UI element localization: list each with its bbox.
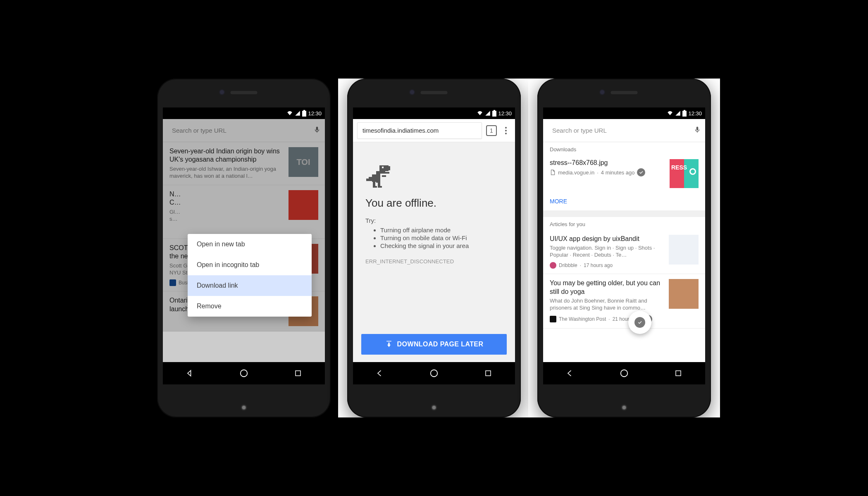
svg-rect-13 — [366, 179, 370, 181]
article-card[interactable]: Seven-year-old Indian origin boy wins UK… — [163, 142, 325, 185]
download-source: media.vogue.in — [558, 169, 594, 176]
section-divider — [543, 210, 705, 217]
home-button[interactable] — [429, 368, 439, 378]
svg-rect-3 — [296, 371, 300, 376]
search-input[interactable]: Search or type URL — [547, 122, 689, 139]
status-time: 12:30 — [688, 110, 702, 117]
more-link[interactable]: MORE — [543, 192, 705, 210]
article-thumb — [669, 279, 699, 309]
svg-rect-1 — [303, 110, 305, 111]
battery-icon — [492, 110, 496, 117]
svg-rect-4 — [492, 111, 496, 117]
menu-open-incognito[interactable]: Open in incognito tab — [188, 255, 312, 275]
offline-page: You are offline. Try: Turning off airpla… — [353, 142, 515, 362]
download-filename: stress--768x768.jpg — [550, 159, 665, 167]
context-menu: Open in new tab Open in incognito tab Do… — [188, 234, 312, 317]
source-icon — [550, 316, 556, 322]
article-thumb — [289, 190, 318, 220]
status-bar: 12:30 — [353, 107, 515, 119]
wifi-icon — [667, 110, 673, 116]
downloads-header: Downloads — [543, 142, 705, 155]
wifi-icon — [286, 110, 293, 116]
status-bar: 12:30 — [543, 107, 705, 119]
offline-headline: You are offline. — [365, 197, 503, 210]
android-nav-bar — [163, 362, 325, 384]
recent-apps-button[interactable] — [293, 368, 303, 378]
recent-apps-button[interactable] — [483, 368, 493, 378]
search-placeholder: Search or type URL — [172, 127, 227, 134]
article-thumb — [669, 235, 699, 265]
try-list: Turning off airplane mode Turning on mob… — [365, 227, 503, 249]
svg-rect-25 — [676, 371, 681, 376]
svg-point-20 — [431, 370, 438, 377]
article-thumb: TOI — [289, 147, 318, 177]
svg-point-2 — [241, 370, 248, 377]
svg-rect-22 — [682, 111, 687, 117]
battery-icon — [682, 110, 687, 117]
url-text: timesofindia.indiatimes.com — [362, 127, 439, 134]
article-card[interactable]: N… C… Gl… s… — [163, 185, 325, 239]
signal-icon — [675, 110, 681, 116]
source-icon — [550, 262, 556, 269]
done-badge-icon — [637, 168, 645, 176]
article-snippet: Seven-year-old Ishwar, an Indian-origin … — [169, 166, 284, 180]
svg-rect-7 — [389, 166, 390, 170]
svg-rect-8 — [379, 171, 385, 174]
signal-icon — [295, 110, 300, 116]
menu-remove[interactable]: Remove — [188, 296, 312, 317]
search-input[interactable]: Search or type URL — [167, 122, 309, 139]
menu-icon[interactable] — [501, 127, 511, 134]
home-button[interactable] — [239, 368, 249, 378]
svg-point-24 — [621, 370, 628, 377]
article-title: Seven-year-old Indian origin boy wins UK… — [169, 147, 284, 164]
dino-icon[interactable] — [365, 163, 392, 189]
done-badge-icon — [634, 317, 645, 328]
android-nav-bar — [353, 362, 515, 384]
svg-rect-19 — [382, 167, 384, 168]
battery-icon — [302, 110, 306, 117]
svg-rect-5 — [494, 110, 495, 111]
home-button[interactable] — [619, 368, 629, 378]
svg-rect-16 — [373, 186, 377, 188]
wifi-icon — [477, 110, 483, 116]
recent-apps-button[interactable] — [673, 368, 683, 378]
svg-rect-0 — [302, 111, 306, 117]
try-label: Try: — [365, 217, 503, 224]
download-item[interactable]: stress--768x768.jpg media.vogue.in · 4 m… — [543, 155, 705, 192]
download-page-later-button[interactable]: DOWNLOAD PAGE LATER — [361, 334, 507, 355]
android-nav-bar — [543, 362, 705, 384]
error-code: ERR_INTERNET_DISCONNECTED — [365, 258, 503, 265]
menu-download-link[interactable]: Download link — [188, 275, 312, 296]
file-icon — [550, 169, 556, 176]
menu-open-new-tab[interactable]: Open in new tab — [188, 234, 312, 255]
url-bar[interactable]: timesofindia.indiatimes.com — [357, 122, 482, 139]
mic-icon[interactable] — [694, 125, 701, 136]
svg-rect-17 — [378, 186, 382, 188]
status-time: 12:30 — [498, 110, 512, 117]
tab-switcher[interactable]: 1 — [486, 125, 497, 136]
download-done-fab[interactable] — [628, 311, 651, 334]
svg-rect-18 — [382, 175, 386, 177]
status-time: 12:30 — [308, 110, 322, 117]
signal-icon — [485, 110, 491, 116]
status-bar: 12:30 — [163, 107, 325, 119]
svg-rect-23 — [684, 110, 685, 111]
svg-rect-6 — [379, 165, 389, 171]
svg-rect-9 — [385, 172, 389, 174]
back-button[interactable] — [565, 368, 575, 378]
article-card[interactable]: You may be getting older, but you can st… — [543, 274, 705, 329]
source-icon — [169, 279, 176, 286]
download-time: 4 minutes ago — [601, 169, 635, 176]
article-card[interactable]: UI/UX app design by uixBandit Toggle nav… — [543, 230, 705, 274]
back-button[interactable] — [375, 368, 385, 378]
mic-icon[interactable] — [313, 125, 321, 136]
back-button[interactable] — [185, 368, 195, 378]
svg-rect-21 — [486, 371, 491, 376]
articles-header: Articles for you — [543, 217, 705, 230]
download-thumb: RESS — [670, 159, 699, 188]
